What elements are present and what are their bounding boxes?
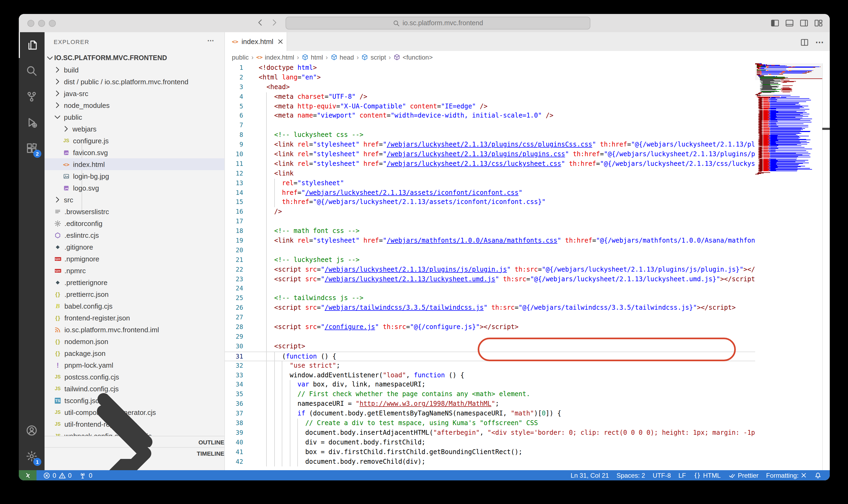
forward-arrow-icon[interactable]	[270, 18, 278, 27]
code-line-34[interactable]: 34 var box, div, link, namespaceURI;	[225, 380, 755, 390]
tree-item-logo-svg[interactable]: logo.svg	[44, 182, 224, 194]
tree-item-nodemon-json[interactable]: { }nodemon.json	[44, 336, 224, 347]
tree-item-build[interactable]: build	[44, 64, 224, 76]
tree-item--prettierignore[interactable]: .prettierignore	[44, 276, 224, 288]
minimap[interactable]	[755, 63, 822, 470]
code-line-11[interactable]: 11 <link rel="stylesheet" href="/webjars…	[225, 159, 755, 169]
tree-item--npmignore[interactable]: npm.npmignore	[44, 253, 224, 265]
more-actions-icon[interactable]: ⋯	[815, 37, 824, 47]
code-line-10[interactable]: 10 <link rel="stylesheet" href="/webjars…	[225, 150, 755, 159]
toggle-secondary-sidebar-icon[interactable]	[800, 19, 808, 28]
code-line-23[interactable]: 23 <script src="/webjars/luckysheet/2.1.…	[225, 274, 755, 284]
code-line-12[interactable]: 12 <link	[225, 169, 755, 179]
code-line-14[interactable]: 14 href="/webjars/luckysheet/2.1.13/asse…	[225, 188, 755, 198]
tree-item-babel-config-cjs[interactable]: Bbabel.config.cjs	[44, 300, 224, 312]
close-icon[interactable]	[278, 39, 284, 44]
tree-item-login-bg-jpg[interactable]: login-bg.jpg	[44, 170, 224, 182]
command-center[interactable]: io.sc.platform.mvc.frontend	[286, 17, 590, 30]
breadcrumb-item[interactable]: public	[232, 53, 249, 61]
activity-source-control[interactable]	[19, 84, 44, 109]
code-line-22[interactable]: 22 <script src="/webjars/luckysheet/2.1.…	[225, 265, 755, 274]
minimize-window-button[interactable]	[38, 20, 45, 26]
tree-item-index-html[interactable]: <>index.html	[44, 158, 224, 170]
code-line-25[interactable]: 25 <!-- tailwindcss js -->	[225, 294, 755, 304]
code-line-13[interactable]: 13 rel="stylesheet"	[225, 178, 755, 188]
code-line-3[interactable]: 3 <head>	[225, 83, 755, 92]
activity-explorer[interactable]	[19, 32, 44, 58]
tree-item-public[interactable]: public	[44, 111, 224, 123]
tree-item--gitignore[interactable]: .gitignore	[44, 241, 224, 253]
code-line-7[interactable]: 7	[225, 121, 755, 131]
breadcrumb-item[interactable]: <function>	[393, 53, 433, 61]
tree-item--prettierrc-json[interactable]: { }.prettierrc.json	[44, 288, 224, 300]
back-arrow-icon[interactable]	[256, 18, 265, 27]
toggle-sidebar-icon[interactable]	[771, 19, 779, 28]
code-line-31[interactable]: 31 (function () {	[225, 351, 755, 361]
code-line-26[interactable]: 26 <script src="/webjars/tailwindcss/3.3…	[225, 304, 755, 313]
tree-root[interactable]: IO.SC.PLATFORM.MVC.FRONTEND	[44, 52, 224, 64]
timeline-section[interactable]: TIMELINE	[44, 447, 224, 459]
status-formatter[interactable]: Prettier	[724, 471, 762, 479]
tree-item-src[interactable]: src	[44, 194, 224, 205]
status-language-mode[interactable]: HTML	[690, 471, 724, 479]
status-indentation[interactable]: Spaces: 2	[613, 471, 649, 479]
activity-extensions[interactable]: 2	[19, 135, 44, 161]
remote-indicator[interactable]	[19, 470, 36, 480]
code-line-40[interactable]: 40 div = document.body.firstChild;	[225, 438, 755, 447]
code-line-4[interactable]: 4 <meta charset="UTF-8" />	[225, 92, 755, 102]
code-line-17[interactable]: 17	[225, 217, 755, 227]
tree-item-webjars[interactable]: webjars	[44, 123, 224, 135]
more-actions-icon[interactable]: ⋯	[207, 36, 215, 44]
tab-index-html[interactable]: <> index.html	[225, 32, 287, 51]
code-line-15[interactable]: 15 th:href="@{/webjars/luckysheet/2.1.13…	[225, 198, 755, 208]
activity-run-debug[interactable]	[19, 109, 44, 135]
code-line-35[interactable]: 35 // First check whether the page conta…	[225, 390, 755, 400]
tree-item--npmrc[interactable]: npm.npmrc	[44, 265, 224, 276]
status-eol[interactable]: LF	[675, 471, 690, 479]
code-line-37[interactable]: 37 if (document.body.getElementsByTagNam…	[225, 409, 755, 419]
tree-item-io-sc-platform-mvc-frontend-iml[interactable]: io.sc.platform.mvc.frontend.iml	[44, 324, 224, 336]
code-line-21[interactable]: 21 <!-- luckysheet js -->	[225, 255, 755, 265]
code-line-29[interactable]: 29	[225, 332, 755, 342]
status-encoding[interactable]: UTF-8	[649, 471, 675, 479]
tree-item--browserslistrc[interactable]: .browserslistrc	[44, 205, 224, 217]
code-line-39[interactable]: 39 document.body.insertAdjacentHTML("aft…	[225, 428, 755, 438]
code-line-42[interactable]: 42 document.body.removeChild(div);	[225, 457, 755, 467]
tree-item-frontend-register-json[interactable]: { }frontend-register.json	[44, 312, 224, 324]
code-line-33[interactable]: 33 window.addEventListener("load", funct…	[225, 371, 755, 380]
code-line-27[interactable]: 27	[225, 313, 755, 323]
status-formatting[interactable]: Formatting:	[762, 471, 810, 479]
toggle-panel-icon[interactable]	[785, 19, 794, 28]
tree-item-node-modules[interactable]: node_modules	[44, 99, 224, 111]
tree-item-dist-public-io-sc-platform-mvc-frontend[interactable]: dist / public / io.sc.platform.mvc.front…	[44, 76, 224, 88]
breadcrumb-item[interactable]: script	[361, 53, 386, 61]
code-line-28[interactable]: 28 <script src="/configure.js" th:src="@…	[225, 323, 755, 332]
code-line-38[interactable]: 38 // Create a div to test mspace, using…	[225, 419, 755, 428]
tree-item-package-json[interactable]: { }package.json	[44, 347, 224, 359]
code-line-1[interactable]: 1<!doctype html>	[225, 63, 755, 73]
code-line-32[interactable]: 32 "use strict";	[225, 361, 755, 371]
code-line-24[interactable]: 24	[225, 284, 755, 294]
code-line-16[interactable]: 16 />	[225, 208, 755, 217]
code-line-30[interactable]: 30 <script>	[225, 342, 755, 352]
tree-item-configure-js[interactable]: JSconfigure.js	[44, 135, 224, 146]
code-area[interactable]: 1<!doctype html>2<html lang="en">3 <head…	[225, 63, 755, 470]
code-line-9[interactable]: 9 <link rel="stylesheet" href="/webjars/…	[225, 140, 755, 150]
problems-status[interactable]: 0 0	[39, 471, 75, 479]
code-line-18[interactable]: 18 <!-- math font css -->	[225, 227, 755, 236]
activity-search[interactable]	[19, 58, 44, 84]
customize-layout-icon[interactable]	[814, 19, 823, 28]
code-line-36[interactable]: 36 namespaceURI = "http://www.w3.org/199…	[225, 399, 755, 409]
close-window-button[interactable]	[28, 20, 34, 26]
split-editor-icon[interactable]	[800, 38, 809, 47]
overview-ruler[interactable]	[822, 63, 830, 470]
breadcrumb-item[interactable]: html	[302, 53, 323, 61]
code-line-8[interactable]: 8 <!-- luckysheet css -->	[225, 130, 755, 140]
breadcrumb-item[interactable]: head	[331, 53, 354, 61]
tree-item-favicon-svg[interactable]: favicon.svg	[44, 146, 224, 158]
tree-item--eslintrc-cjs[interactable]: .eslintrc.cjs	[44, 229, 224, 241]
ports-status[interactable]: 0	[75, 471, 96, 479]
status-notifications[interactable]	[810, 471, 826, 479]
code-line-41[interactable]: 41 box = div.firstChild.firstChild.getBo…	[225, 447, 755, 457]
code-line-6[interactable]: 6 <meta name="viewport" content="width=d…	[225, 111, 755, 121]
